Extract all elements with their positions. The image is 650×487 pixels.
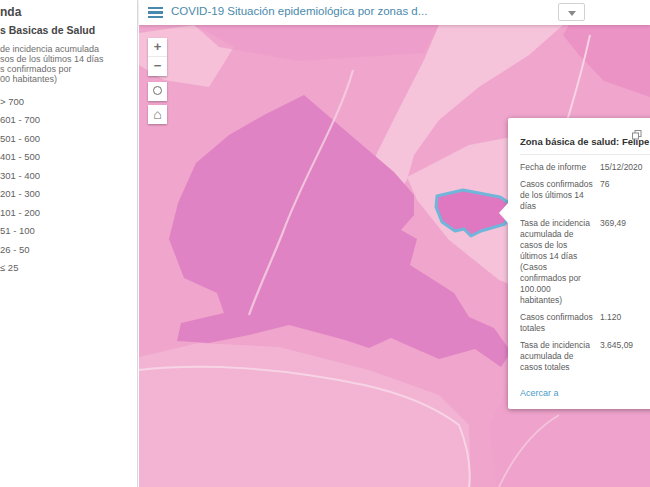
popup-row: Casos confirmados totales 1.120 [520, 312, 650, 334]
legend-class-item: 51 - 100 [0, 222, 40, 241]
popup-callout-arrow [499, 203, 508, 223]
popup-field-value: 3.645,09 [600, 340, 650, 373]
popup-dock-icon[interactable] [632, 126, 642, 136]
home-extent-button[interactable]: ⌂ [148, 105, 167, 124]
feature-popup: Zona básica de salud: Felipe II Fecha de… [508, 118, 650, 409]
app-header: COVID-19 Situación epidemiológica por zo… [139, 0, 650, 25]
legend-class-list: > 700 601 - 700 501 - 600 401 - 500 301 … [0, 92, 40, 277]
popup-row: Casos confirmados de los últimos 14 días… [520, 179, 650, 212]
popup-field-label: Fecha de informe [520, 162, 600, 173]
app-title: COVID-19 Situación epidemiológica por zo… [171, 5, 427, 17]
legend-class-item: 501 - 600 [0, 129, 40, 148]
popup-zoom-to-link[interactable]: Acercar a [520, 388, 559, 398]
popup-row: Tasa de incidencia acumulada de casos to… [520, 340, 650, 373]
legend-description-line: s confirmados por [0, 64, 104, 74]
popup-field-label: Casos confirmados totales [520, 312, 600, 334]
legend-layer-description: de incidencia acumulada sos de los últim… [0, 44, 104, 84]
legend-class-item: 26 - 50 [0, 240, 40, 259]
popup-field-label: Tasa de incidencia acumulada de casos to… [520, 340, 600, 373]
popup-field-label: Tasa de incidencia acumulada de casos de… [520, 218, 600, 306]
popup-field-value: 1.120 [600, 312, 650, 334]
popup-field-value: 369,49 [600, 218, 650, 306]
locate-icon [153, 86, 162, 95]
popup-field-value: 76 [600, 179, 650, 212]
menu-hamburger-icon[interactable] [148, 7, 163, 18]
legend-heading: nda [0, 5, 21, 19]
legend-panel: nda s Basicas de Salud de incidencia acu… [0, 0, 138, 487]
legend-class-item: ≤ 25 [0, 259, 40, 278]
header-dropdown-button[interactable] [558, 3, 585, 21]
legend-class-item: 401 - 500 [0, 148, 40, 167]
zoom-out-button[interactable]: − [148, 57, 167, 76]
legend-class-item: 101 - 200 [0, 203, 40, 222]
popup-row: Tasa de incidencia acumulada de casos de… [520, 218, 650, 306]
legend-class-item: 301 - 400 [0, 166, 40, 185]
popup-attribute-table: Fecha de informe 15/12/2020 Casos confir… [520, 162, 650, 373]
popup-row: Fecha de informe 15/12/2020 [520, 162, 650, 173]
legend-description-line: sos de los últimos 14 días [0, 54, 104, 64]
legend-description-line: 00 habitantes) [0, 74, 104, 84]
popup-field-label: Casos confirmados de los últimos 14 días [520, 179, 600, 212]
popup-title: Zona básica de salud: Felipe II [520, 136, 650, 155]
legend-description-line: de incidencia acumulada [0, 44, 104, 54]
chevron-down-icon [568, 11, 576, 16]
legend-class-item: > 700 [0, 92, 40, 111]
legend-class-item: 201 - 300 [0, 185, 40, 204]
zoom-in-button[interactable]: + [148, 38, 167, 57]
legend-class-item: 601 - 700 [0, 111, 40, 130]
popup-field-value: 15/12/2020 [600, 162, 650, 173]
locate-button[interactable] [148, 82, 167, 101]
legend-layer-title: s Basicas de Salud [0, 24, 95, 36]
